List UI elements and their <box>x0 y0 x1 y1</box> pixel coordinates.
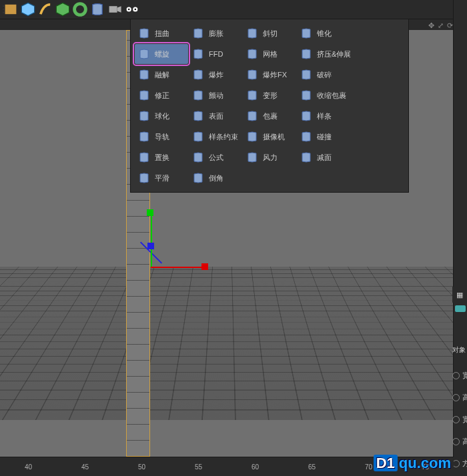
deformer-mesh[interactable]: 网格 <box>243 44 296 64</box>
eyes-icon[interactable] <box>124 1 140 17</box>
jiggle-icon <box>191 89 205 102</box>
spherify-icon <box>137 109 151 123</box>
deformer-shatter[interactable]: 破碎 <box>297 65 350 85</box>
deformer-extrude-stretch[interactable]: 挤压&伸展 <box>297 44 350 64</box>
shatter-icon <box>300 68 313 81</box>
prop-option-2[interactable]: 宽 <box>452 415 467 425</box>
prop-option-3[interactable]: 高 <box>452 437 467 447</box>
axis-x[interactable] <box>151 267 204 268</box>
deformer-label: 倒角 <box>209 173 223 183</box>
deformer-label: 网格 <box>263 49 278 59</box>
deformer-spline-constraint[interactable]: 样条约束 <box>189 127 242 147</box>
deformer-wind[interactable]: 风力 <box>243 147 296 167</box>
radio-icon[interactable] <box>452 372 460 379</box>
deformer-camera[interactable]: 摄像机 <box>243 127 296 147</box>
material-swatch[interactable] <box>455 305 466 312</box>
explosion-icon <box>191 68 205 81</box>
deformer-label: 融解 <box>155 70 169 80</box>
deformer-label: 爆炸 <box>209 70 223 80</box>
watermark-domain: qu.com <box>399 455 451 471</box>
panel-grid-icon[interactable]: ▦ <box>452 287 467 303</box>
prop-option-4[interactable]: 方 <box>452 459 467 469</box>
taper-icon <box>300 27 313 40</box>
deformer-surface[interactable]: 表面 <box>189 106 242 126</box>
brush-icon[interactable] <box>37 1 53 17</box>
handle-y[interactable] <box>147 209 153 216</box>
main-toolbar <box>0 0 467 19</box>
handle-x[interactable] <box>201 263 208 270</box>
deformer-label: FFD <box>209 50 223 58</box>
radio-icon[interactable] <box>452 438 460 445</box>
deformer-explosion[interactable]: 爆炸 <box>189 65 242 85</box>
surface-icon <box>191 109 205 123</box>
green-cube-icon[interactable] <box>55 1 71 17</box>
camera-icon[interactable] <box>107 1 123 17</box>
radio-icon[interactable] <box>452 394 460 401</box>
deformer-collision[interactable]: 碰撞 <box>297 127 350 147</box>
mesh-icon <box>246 47 259 61</box>
frame-tick: 60 <box>252 463 259 471</box>
deformer-displace[interactable]: 置换 <box>135 147 188 167</box>
wrap-icon <box>246 109 259 123</box>
deformer-bulge[interactable]: 膨胀 <box>189 23 242 43</box>
deformer-label: 变形 <box>263 91 278 101</box>
frame-tick: 45 <box>81 463 89 471</box>
deformer-label: 风力 <box>263 153 278 163</box>
torus-icon[interactable] <box>72 1 88 17</box>
deformer-correction[interactable]: 修正 <box>135 85 188 105</box>
deformer-chamfer[interactable]: 倒角 <box>189 168 242 188</box>
deformer-morph[interactable]: 变形 <box>243 85 296 105</box>
film-icon[interactable] <box>3 1 19 17</box>
shrinkwrap-icon <box>300 89 313 102</box>
cube-icon[interactable] <box>20 1 36 17</box>
frame-tick: 70 <box>365 463 372 471</box>
deformer-smooth[interactable]: 平滑 <box>135 168 188 188</box>
deformer-bevel[interactable]: 减面 <box>297 147 350 167</box>
deformer-label: 包裹 <box>263 111 278 121</box>
deformer-shear[interactable]: 斜切 <box>243 23 296 43</box>
svg-rect-1 <box>3 5 4 7</box>
deformer-jiggle[interactable]: 颤动 <box>189 85 242 105</box>
deformer-label: 表面 <box>209 111 223 121</box>
handle-z[interactable] <box>147 243 154 249</box>
radio-icon[interactable] <box>452 416 460 423</box>
ffd-icon <box>191 47 205 61</box>
morph-icon <box>246 89 259 102</box>
deformer-label: 颤动 <box>209 91 223 101</box>
frame-tick: 50 <box>138 463 145 471</box>
deformer-screw[interactable]: 螺旋 <box>135 44 188 64</box>
deformer-twist[interactable]: 扭曲 <box>135 23 188 43</box>
svg-marker-8 <box>117 6 121 13</box>
axis-y[interactable] <box>151 213 152 267</box>
deformer-rail[interactable]: 导轨 <box>135 127 188 147</box>
svg-marker-4 <box>21 3 34 15</box>
zoom-icon[interactable]: ⤢ <box>438 21 444 28</box>
deformer-melt[interactable]: 融解 <box>135 65 188 85</box>
formula-icon <box>191 151 205 164</box>
bevel-icon <box>300 151 313 164</box>
extrude-stretch-icon <box>300 47 313 61</box>
collision-icon <box>300 130 313 143</box>
deformer-label: 扭曲 <box>155 29 169 39</box>
deformer-spline[interactable]: 样条 <box>297 106 350 126</box>
deformer-label: 破碎 <box>317 70 332 80</box>
deformer-shrinkwrap[interactable]: 收缩包裹 <box>297 85 350 105</box>
deformer-ffd[interactable]: FFD <box>189 44 242 64</box>
prop-option-0[interactable]: 宽 <box>452 371 467 381</box>
deformer-spherify[interactable]: 球化 <box>135 106 188 126</box>
deformer-icon[interactable] <box>89 1 105 17</box>
deformer-taper[interactable]: 锥化 <box>297 23 350 43</box>
deformer-label: 爆炸FX <box>263 70 287 80</box>
spline-constraint-icon <box>191 130 205 143</box>
svg-point-12 <box>135 9 136 10</box>
object-properties: 对象宽高宽高方 <box>451 325 467 465</box>
pan-icon[interactable]: ✥ <box>428 21 435 28</box>
deformer-explosionfx[interactable]: 爆炸FX <box>243 65 296 85</box>
prop-option-1[interactable]: 高 <box>452 393 467 403</box>
deformer-wrap[interactable]: 包裹 <box>243 106 296 126</box>
deformer-label: 斜切 <box>263 29 278 39</box>
deformer-label: 公式 <box>209 153 223 163</box>
deformer-formula[interactable]: 公式 <box>189 147 242 167</box>
deformer-label: 置换 <box>155 153 169 163</box>
chamfer-icon <box>191 171 205 185</box>
